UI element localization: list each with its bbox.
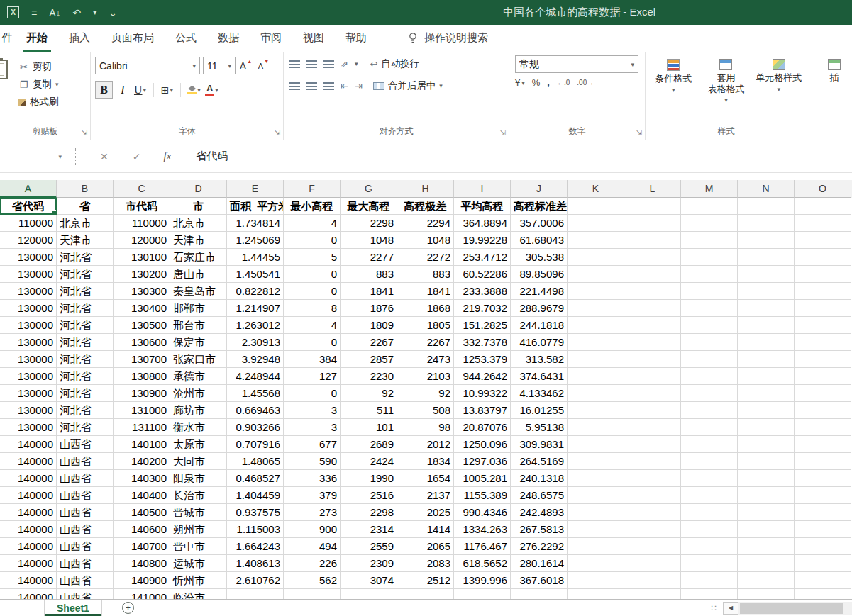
cell[interactable]: 2516 <box>341 487 397 504</box>
column-header-J[interactable]: J <box>511 180 568 198</box>
cell[interactable] <box>624 589 681 599</box>
cell[interactable]: 288.9679 <box>511 300 568 317</box>
cell[interactable]: 10.99322 <box>454 385 511 402</box>
cell[interactable]: 242.4893 <box>511 504 568 521</box>
cell[interactable]: 秦皇岛市 <box>170 283 227 300</box>
cell[interactable] <box>681 453 738 470</box>
cell[interactable] <box>738 589 795 599</box>
cell[interactable]: 89.85096 <box>511 266 568 283</box>
cell[interactable]: 357.0006 <box>511 215 568 232</box>
dialog-launcher-icon[interactable]: ⇲ <box>500 130 506 137</box>
cell[interactable] <box>795 521 851 538</box>
cell[interactable] <box>624 317 681 334</box>
cell[interactable] <box>681 232 738 249</box>
cell[interactable]: 140000 <box>0 538 57 555</box>
cell[interactable]: 313.582 <box>511 351 568 368</box>
cell[interactable]: 110000 <box>114 215 170 232</box>
cell[interactable] <box>738 504 795 521</box>
cell[interactable]: 沧州市 <box>170 385 227 402</box>
cell[interactable] <box>738 266 795 283</box>
decrease-font-button[interactable]: A▼ <box>256 57 271 74</box>
cell[interactable] <box>568 300 624 317</box>
cell[interactable]: 河北省 <box>57 351 114 368</box>
cell[interactable]: 2267 <box>397 334 454 351</box>
cell[interactable] <box>568 572 624 589</box>
cell[interactable]: 92 <box>341 385 397 402</box>
cell[interactable] <box>624 555 681 572</box>
cell[interactable] <box>624 521 681 538</box>
excel-icon[interactable]: X <box>7 6 19 18</box>
decrease-decimal-icon[interactable]: .00→ <box>577 79 594 86</box>
cell[interactable]: 0 <box>284 266 341 283</box>
cell[interactable] <box>681 300 738 317</box>
cell[interactable]: 130000 <box>0 266 57 283</box>
cell[interactable]: 廊坊市 <box>170 402 227 419</box>
sheet-tab-sheet1[interactable]: Sheet1 <box>44 600 102 616</box>
qat-dropdown-icon[interactable]: ⌄ <box>109 7 117 18</box>
cell[interactable]: 1868 <box>397 300 454 317</box>
tab-file-clipped[interactable]: 件 <box>0 31 16 52</box>
cell[interactable]: 130600 <box>114 334 170 351</box>
cell[interactable]: 221.4498 <box>511 283 568 300</box>
align-right-icon[interactable] <box>323 82 334 90</box>
insert-function-icon[interactable]: fx <box>163 150 171 162</box>
cell[interactable]: 226 <box>284 555 341 572</box>
cell[interactable]: 1253.379 <box>454 351 511 368</box>
tab-页面布局[interactable]: 页面布局 <box>101 31 165 52</box>
cell[interactable]: 省 <box>57 198 114 215</box>
cell[interactable] <box>681 538 738 555</box>
cell[interactable]: 140700 <box>114 538 170 555</box>
cell[interactable]: 河北省 <box>57 249 114 266</box>
increase-decimal-icon[interactable]: ←.0 <box>557 79 570 86</box>
cell[interactable] <box>795 589 851 599</box>
cell[interactable]: 山西省 <box>57 589 114 599</box>
cell[interactable]: 0.937575 <box>227 504 284 521</box>
orientation-icon[interactable]: ⇗ <box>341 59 348 69</box>
cell[interactable] <box>738 368 795 385</box>
cell[interactable]: 677 <box>284 436 341 453</box>
cell[interactable]: 379 <box>284 487 341 504</box>
italic-button[interactable]: I <box>116 84 130 96</box>
cell[interactable] <box>454 589 511 599</box>
cell[interactable] <box>738 572 795 589</box>
cell[interactable]: 2309 <box>341 555 397 572</box>
cell[interactable] <box>568 521 624 538</box>
cell[interactable]: 天津市 <box>170 232 227 249</box>
cell[interactable] <box>795 453 851 470</box>
font-color-button[interactable]: A ▾ <box>204 82 219 99</box>
cell[interactable] <box>738 334 795 351</box>
formula-bar-value[interactable]: 省代码 <box>196 150 228 163</box>
cell[interactable]: 140900 <box>114 572 170 589</box>
cell[interactable] <box>738 283 795 300</box>
cell[interactable]: 2294 <box>397 215 454 232</box>
cell[interactable]: 219.7032 <box>454 300 511 317</box>
cell[interactable]: 5 <box>284 249 341 266</box>
cell[interactable]: 最大高程 <box>341 198 397 215</box>
cell[interactable] <box>681 589 738 599</box>
cell[interactable] <box>568 351 624 368</box>
increase-font-button[interactable]: A▲ <box>238 57 253 74</box>
cell[interactable]: 4 <box>284 317 341 334</box>
dialog-launcher-icon[interactable]: ⇲ <box>275 130 280 137</box>
cell[interactable]: 2298 <box>341 504 397 521</box>
cell[interactable]: 1334.263 <box>454 521 511 538</box>
chevron-down-icon[interactable]: ▾ <box>58 153 62 160</box>
cell[interactable] <box>681 198 738 215</box>
tabbar-resize-grip[interactable]: ∷ <box>711 603 716 613</box>
cell[interactable]: 140000 <box>0 487 57 504</box>
cell[interactable] <box>624 283 681 300</box>
cell[interactable] <box>624 249 681 266</box>
cell[interactable] <box>624 215 681 232</box>
cell[interactable]: 3 <box>284 419 341 436</box>
cell[interactable]: 2314 <box>341 521 397 538</box>
cell[interactable] <box>795 419 851 436</box>
conditional-formatting-button[interactable]: 条件格式 ▾ <box>647 56 699 127</box>
cell[interactable]: 140400 <box>114 487 170 504</box>
cell[interactable]: 高程极差 <box>397 198 454 215</box>
cell[interactable]: 140200 <box>114 453 170 470</box>
cell[interactable] <box>681 521 738 538</box>
cell[interactable]: 山西省 <box>57 555 114 572</box>
enter-icon[interactable]: ✓ <box>133 151 141 162</box>
wrap-text-button[interactable]: ↩ 自动换行 <box>370 57 419 70</box>
cell[interactable]: 市 <box>170 198 227 215</box>
